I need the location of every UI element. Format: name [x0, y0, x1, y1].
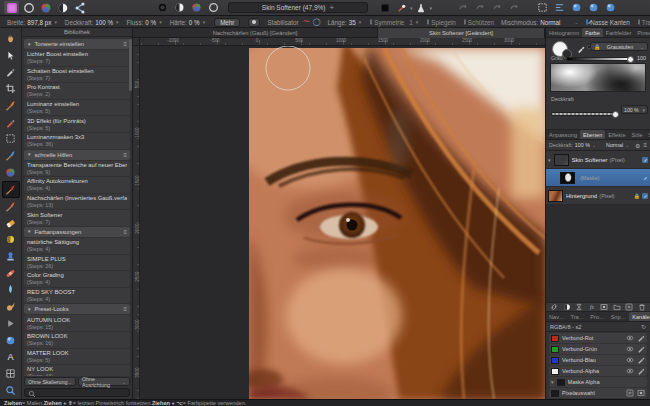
macro-item[interactable]: natürliche Sättigung (Steps: 4): [24, 238, 130, 254]
macro-item[interactable]: AUTUMN LOOK (Steps: 15): [24, 315, 130, 331]
panel-menu-icon[interactable]: ≡: [643, 142, 647, 149]
crop-tool[interactable]: [2, 80, 20, 97]
macro-item[interactable]: Transparente Bereiche auf neuer Ebene fü…: [24, 161, 130, 177]
section-menu-icon[interactable]: ≡: [123, 41, 127, 47]
window-stabilizer-icon[interactable]: ◯: [313, 18, 321, 26]
brush-preset-dropdown[interactable]: Skin Softener (47,9%) +: [228, 2, 368, 13]
selection-brush-tool[interactable]: [2, 97, 20, 114]
library-search-field[interactable]: [24, 388, 130, 397]
channel-row[interactable]: Pixelauswahl: [549, 388, 647, 398]
macro-item[interactable]: Lichter Boost einstellen (Steps: 7): [24, 50, 130, 66]
layer-disclosure-icon[interactable]: ▾: [548, 157, 551, 163]
document-viewport[interactable]: [140, 46, 545, 399]
tab-tra[interactable]: Tra…: [568, 312, 588, 321]
layer-row[interactable]: (Maske): [546, 169, 650, 187]
dodge-brush-tool[interactable]: [2, 231, 20, 248]
macro-item[interactable]: NY LOOK (Steps: 43): [24, 365, 130, 376]
develop-persona[interactable]: [38, 1, 53, 14]
live-filter-icon[interactable]: [575, 303, 583, 312]
macro-item[interactable]: Affinity Autokorrekturen (Steps: 4): [24, 177, 130, 193]
color-mode-dropdown[interactable]: 🔒 Graustufen ⌄: [590, 42, 648, 51]
channel-row[interactable]: Verbund-Blau: [549, 355, 647, 365]
symmetry-checkbox[interactable]: [370, 19, 372, 25]
erase-brush-tool[interactable]: [2, 214, 20, 231]
macro-item[interactable]: Luminanzmasken 3x3 (Steps: 36): [24, 133, 130, 149]
brush-softness-preview[interactable]: [155, 1, 170, 14]
channel-visible-icon[interactable]: [626, 367, 634, 376]
protect-alpha-checkbox[interactable]: [638, 19, 640, 25]
mesh-tool[interactable]: [2, 365, 20, 382]
color-opacity-slider[interactable]: [551, 112, 617, 116]
layer-visibility-checkbox[interactable]: [642, 175, 648, 181]
macro-item[interactable]: Luminanz einstellen (Steps: 5): [24, 100, 130, 116]
tab-farbe[interactable]: Farbe: [582, 28, 603, 37]
photo-persona[interactable]: [4, 1, 19, 14]
snapshot-fwd-icon[interactable]: [472, 1, 487, 14]
add-layer-icon[interactable]: [625, 303, 633, 312]
macro-item[interactable]: Pro Kontrast (Steps: 2): [24, 83, 130, 99]
channel-visible-icon[interactable]: [626, 356, 634, 365]
color-opacity-value[interactable]: 100 %▾: [621, 105, 648, 114]
document-tab[interactable]: Nachschärfen (Gauß) [Geändert]: [133, 28, 378, 38]
width-value[interactable]: 897,8 px: [27, 19, 51, 26]
library-section-header[interactable]: ▼ schnelle Hilfen ≡: [24, 150, 130, 160]
alignment-icon[interactable]: [552, 1, 567, 14]
hardness-value[interactable]: 0 %: [189, 19, 200, 26]
layer-thumbnail[interactable]: [560, 172, 575, 184]
tab-pinsel[interactable]: Pinsel: [634, 28, 650, 37]
export-persona[interactable]: [72, 1, 87, 14]
marquee-mode-icon[interactable]: [535, 1, 550, 14]
tab-pro[interactable]: Pro…: [587, 312, 607, 321]
tab-snp[interactable]: Snp…: [608, 312, 630, 321]
library-section-header[interactable]: ▼ Tonwerte einstellen ≡: [24, 39, 130, 49]
macro-item[interactable]: 3D Effekt (für Porträts) (Steps: 5): [24, 116, 130, 132]
layer-thumbnail[interactable]: [554, 154, 569, 166]
tab-effekte[interactable]: Effekte: [605, 130, 628, 139]
eyedropper-icon[interactable]: [577, 44, 585, 52]
gear-icon[interactable]: ⚙: [635, 142, 640, 149]
length-value[interactable]: 35: [349, 19, 356, 26]
paint-brush-tool[interactable]: [2, 181, 20, 198]
section-menu-icon[interactable]: ≡: [123, 229, 127, 235]
brush-contrast-preview[interactable]: [172, 1, 187, 14]
macro-item[interactable]: Nachschärfen (Invertiertes Gauß.verfahre…: [24, 194, 130, 210]
disclosure-triangle-icon[interactable]: ▼: [27, 42, 31, 47]
layers-empty-area[interactable]: [546, 205, 650, 302]
layers-blend-dropdown[interactable]: Normal: [606, 142, 623, 148]
blur-tool[interactable]: [2, 281, 20, 298]
tab-kanäle[interactable]: Kanäle: [629, 312, 650, 321]
rope-stabilizer-icon[interactable]: 〜: [303, 17, 310, 27]
color-picker-tool[interactable]: [2, 64, 20, 81]
macro-item[interactable]: Skin Softener (Steps: 7): [24, 210, 130, 226]
channel-edit-icon[interactable]: [637, 345, 645, 354]
channel-row[interactable]: ▾ Maske Alpha: [549, 377, 647, 387]
clone-stamp-tool[interactable]: [2, 248, 20, 265]
flow-value[interactable]: 0 %: [145, 19, 156, 26]
arrange-front-icon[interactable]: [569, 1, 584, 14]
dropdown-arrow-icon[interactable]: ▾: [410, 5, 413, 11]
tab-stile[interactable]: Stile: [629, 130, 646, 139]
dropdown-arrow-icon[interactable]: ▾: [430, 5, 433, 11]
disclosure-triangle-icon[interactable]: ▼: [27, 307, 31, 312]
view-tool[interactable]: [2, 30, 20, 47]
document-tab[interactable]: Skin Softener [Geändert]: [378, 28, 545, 38]
delete-layer-icon[interactable]: [638, 303, 646, 312]
add-preset-button[interactable]: +: [329, 3, 334, 12]
sharpen-tool[interactable]: [2, 315, 20, 332]
more-button[interactable]: Mehr: [214, 18, 240, 27]
pixel-brush-tool[interactable]: [2, 198, 20, 215]
group-layers-icon[interactable]: [613, 303, 621, 312]
color-field[interactable]: [550, 63, 646, 92]
macro-item[interactable]: MATTER LOOK (Steps: 5): [24, 349, 130, 365]
brush-settings-button[interactable]: [248, 18, 260, 27]
zoom-tool[interactable]: [2, 382, 20, 399]
tone-mapping-persona[interactable]: [55, 1, 70, 14]
blend-mode-value[interactable]: Normal: [540, 19, 560, 26]
selection-subtract-icon[interactable]: [637, 389, 645, 398]
library-scrollbar[interactable]: [129, 39, 132, 91]
layer-row[interactable]: ▾ Skin Softener (Pixel): [546, 151, 650, 169]
tab-anpassung[interactable]: Anpassung: [546, 130, 580, 139]
library-section-header[interactable]: ▼ Preset-Looks ≡: [24, 304, 130, 314]
section-menu-icon[interactable]: ≡: [123, 306, 127, 312]
color-swatch[interactable]: [377, 1, 392, 14]
